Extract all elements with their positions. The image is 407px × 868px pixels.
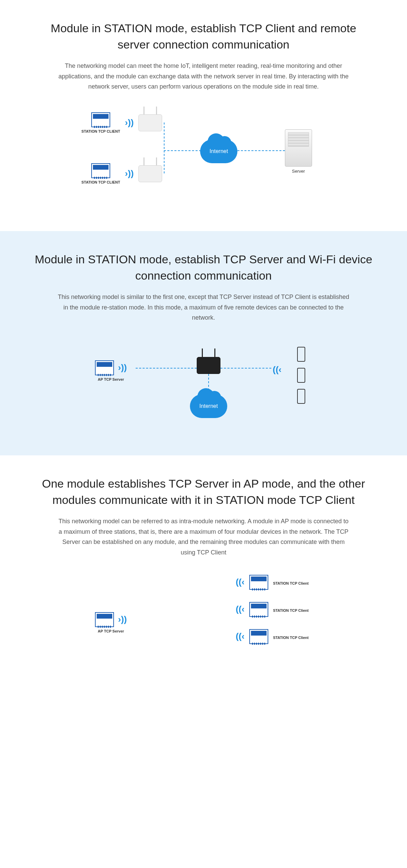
section2-title: Module in STATION mode, establish TCP Se…	[34, 251, 373, 284]
station-client-label: STATION TCP Client	[273, 608, 309, 612]
internet-label: Internet	[199, 403, 218, 409]
wifi-signal-icon: ›))	[118, 614, 127, 625]
module-chip-icon	[95, 612, 114, 627]
station-client-label: STATION TCP Client	[273, 636, 309, 640]
internet-cloud-icon: Internet	[190, 394, 227, 418]
diagram-1: STATION TCP CLIENT ›)) STATION TCP CLIEN…	[81, 109, 326, 204]
wifi-signal-icon: ((‹	[236, 604, 245, 615]
module-chip-icon	[95, 360, 114, 375]
phone-icon	[297, 347, 305, 362]
wifi-signal-icon: ((‹	[273, 364, 282, 375]
section3-title: One module establishes TCP Server in AP …	[34, 476, 373, 508]
section1-title: Module in STATION mode, establish TCP Cl…	[34, 20, 373, 53]
router-icon	[138, 114, 162, 131]
wifi-signal-icon: ›))	[125, 117, 134, 128]
section1-desc: The networking model can meet the home I…	[58, 61, 349, 92]
station-client-label: STATION TCP CLIENT	[81, 180, 120, 184]
wifi-signal-icon: ›))	[125, 168, 134, 179]
diagram-3: ›)) AP TCP Server ((‹ STATION TCP Client…	[85, 575, 322, 666]
section-station-server: Module in STATION mode, establish TCP Se…	[0, 231, 407, 455]
station-client-label: STATION TCP Client	[273, 581, 309, 585]
section3-desc: This networking model can be referred to…	[58, 516, 349, 558]
server-icon	[285, 129, 312, 167]
phone-icon	[297, 389, 305, 404]
section2-desc: This networking model is similar to the …	[58, 292, 349, 323]
ap-server-label: AP TCP Server	[95, 629, 127, 633]
router-icon	[138, 165, 162, 182]
section-ap-mode: One module establishes TCP Server in AP …	[0, 455, 407, 694]
module-chip-icon	[249, 575, 268, 590]
diagram-2: ›)) AP TCP Server Internet ((‹	[81, 340, 326, 428]
wifi-signal-icon: ((‹	[236, 631, 245, 642]
internet-cloud-icon: Internet	[200, 139, 237, 163]
ap-server-label: AP TCP Server	[95, 377, 127, 381]
router-dark-icon	[197, 357, 220, 374]
module-chip-icon	[249, 602, 268, 617]
module-chip-icon	[249, 629, 268, 644]
section-station-client: Module in STATION mode, establish TCP Cl…	[0, 0, 407, 231]
station-client-label: STATION TCP CLIENT	[81, 129, 120, 133]
phone-icon	[297, 368, 305, 383]
internet-label: Internet	[210, 148, 228, 154]
wifi-signal-icon: ›))	[118, 362, 127, 373]
wifi-signal-icon: ((‹	[236, 577, 245, 587]
module-chip-icon	[91, 163, 110, 178]
server-label: Server	[285, 169, 312, 174]
module-chip-icon	[91, 112, 110, 127]
